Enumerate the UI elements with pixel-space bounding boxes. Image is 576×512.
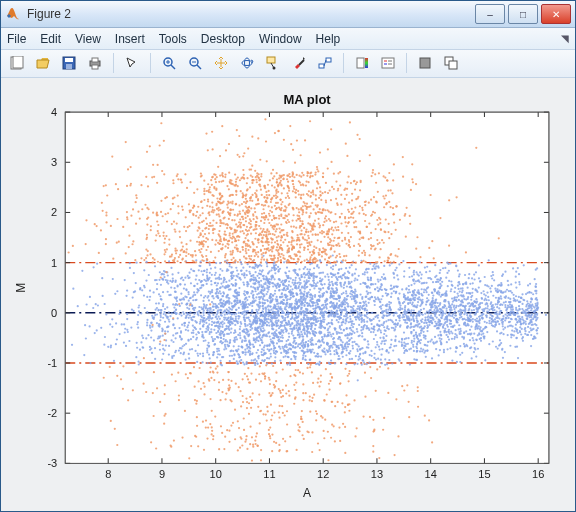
svg-point-5132 <box>197 229 199 231</box>
pointer-icon[interactable] <box>120 51 144 75</box>
svg-point-5070 <box>337 172 339 174</box>
svg-point-5351 <box>196 399 198 401</box>
svg-point-4496 <box>353 298 355 300</box>
svg-point-5620 <box>105 242 107 244</box>
title-bar[interactable]: Figure 2 – □ ✕ <box>1 1 575 28</box>
axes[interactable]: 8910111213141516-3-2-101234MA plotAM <box>7 84 569 506</box>
svg-point-5905 <box>156 181 158 183</box>
svg-point-5869 <box>350 216 352 218</box>
svg-point-4153 <box>313 318 315 320</box>
pan-icon[interactable] <box>209 51 233 75</box>
svg-point-5740 <box>218 381 220 383</box>
svg-point-4674 <box>242 209 244 211</box>
svg-point-5198 <box>201 259 203 261</box>
svg-point-1302 <box>462 301 464 303</box>
svg-point-5560 <box>238 427 240 429</box>
brush-icon[interactable] <box>287 51 311 75</box>
svg-point-6274 <box>359 238 361 240</box>
svg-point-5729 <box>257 238 259 240</box>
menu-view[interactable]: View <box>75 32 101 46</box>
link-icon[interactable] <box>313 51 337 75</box>
svg-point-6211 <box>345 221 347 223</box>
svg-point-586 <box>280 336 282 338</box>
colorbar-icon[interactable] <box>350 51 374 75</box>
svg-point-146 <box>445 276 447 278</box>
svg-point-3785 <box>522 336 524 338</box>
rotate3d-icon[interactable] <box>235 51 259 75</box>
svg-point-4589 <box>251 181 253 183</box>
svg-point-3264 <box>519 300 521 302</box>
svg-point-5814 <box>373 244 375 246</box>
svg-point-3574 <box>252 290 254 292</box>
svg-point-3941 <box>401 288 403 290</box>
svg-point-3695 <box>235 282 237 284</box>
svg-point-1333 <box>225 338 227 340</box>
svg-point-4811 <box>417 386 419 388</box>
svg-point-5242 <box>207 183 209 185</box>
svg-point-5170 <box>271 433 273 435</box>
menu-help[interactable]: Help <box>316 32 341 46</box>
svg-point-4860 <box>143 258 145 260</box>
svg-point-3986 <box>262 321 264 323</box>
hide-plot-tools-icon[interactable] <box>413 51 437 75</box>
menu-insert[interactable]: Insert <box>115 32 145 46</box>
menu-desktop[interactable]: Desktop <box>201 32 245 46</box>
menu-file[interactable]: File <box>7 32 26 46</box>
svg-point-5839 <box>275 201 277 203</box>
svg-point-5376 <box>393 260 395 262</box>
svg-point-2652 <box>424 318 426 320</box>
close-button[interactable]: ✕ <box>541 4 571 24</box>
menu-tools[interactable]: Tools <box>159 32 187 46</box>
dock-icon[interactable]: ◥ <box>561 33 569 44</box>
svg-point-1661 <box>371 268 373 270</box>
print-icon[interactable] <box>83 51 107 75</box>
svg-point-3373 <box>340 308 342 310</box>
svg-point-6095 <box>349 121 351 123</box>
show-plot-tools-icon[interactable] <box>439 51 463 75</box>
svg-point-6465 <box>227 370 229 372</box>
menu-window[interactable]: Window <box>259 32 302 46</box>
svg-point-520 <box>340 267 342 269</box>
svg-point-5793 <box>281 253 283 255</box>
svg-point-3655 <box>426 300 428 302</box>
svg-point-6053 <box>202 245 204 247</box>
svg-point-2900 <box>158 322 160 324</box>
svg-point-4897 <box>375 261 377 263</box>
svg-point-5114 <box>317 170 319 172</box>
svg-point-5401 <box>116 374 118 376</box>
svg-point-1130 <box>249 272 251 274</box>
maximize-button[interactable]: □ <box>508 4 538 24</box>
svg-point-4553 <box>203 393 205 395</box>
zoom-out-icon[interactable] <box>183 51 207 75</box>
svg-point-4020 <box>271 321 273 323</box>
svg-point-127 <box>445 307 447 309</box>
open-icon[interactable] <box>31 51 55 75</box>
svg-point-2498 <box>240 269 242 271</box>
svg-point-6011 <box>140 257 142 259</box>
svg-point-5270 <box>372 171 374 173</box>
zoom-in-icon[interactable] <box>157 51 181 75</box>
svg-point-3167 <box>204 294 206 296</box>
svg-point-4886 <box>182 245 184 247</box>
menu-edit[interactable]: Edit <box>40 32 61 46</box>
datacursor-icon[interactable] <box>261 51 285 75</box>
legend-icon[interactable] <box>376 51 400 75</box>
minimize-button[interactable]: – <box>475 4 505 24</box>
svg-point-1161 <box>229 354 231 356</box>
svg-point-3551 <box>383 273 385 275</box>
svg-point-5065 <box>232 232 234 234</box>
save-icon[interactable] <box>57 51 81 75</box>
svg-point-6439 <box>266 160 268 162</box>
svg-point-1070 <box>504 306 506 308</box>
new-figure-icon[interactable] <box>5 51 29 75</box>
svg-point-3651 <box>478 325 480 327</box>
svg-point-4177 <box>324 333 326 335</box>
svg-point-4816 <box>248 402 250 404</box>
svg-point-3930 <box>523 321 525 323</box>
svg-point-5704 <box>194 398 196 400</box>
svg-point-4780 <box>269 437 271 439</box>
svg-point-5660 <box>411 178 413 180</box>
svg-point-2591 <box>229 288 231 290</box>
svg-point-2853 <box>444 327 446 329</box>
svg-point-4105 <box>456 334 458 336</box>
